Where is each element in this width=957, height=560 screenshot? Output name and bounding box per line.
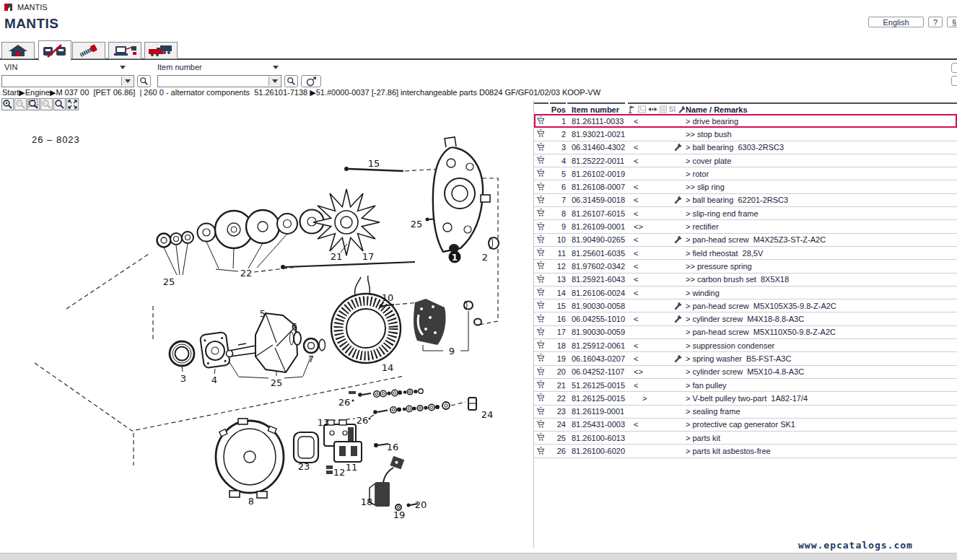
tab-service-info[interactable] [108,42,141,59]
table-row[interactable]: 981.26109-0001<>> rectifier [534,220,957,233]
table-row[interactable]: 1781.90030-0059> pan-head screw M5X110X5… [534,326,957,339]
table-row[interactable]: 1381.25921-6043<>> carbon brush set 8X5X… [534,274,957,286]
row-name: > cylinder screw M5X10-4.8-A3C [686,367,957,376]
add-to-cart-icon[interactable] [534,432,549,443]
row-wrench-icon [670,235,686,244]
add-to-cart-icon[interactable] [534,419,549,430]
row-item-number: 81.26106-0024 [567,289,625,297]
row-name: > cover plate [686,157,957,165]
add-to-cart-icon[interactable] [534,287,549,298]
tab-home[interactable] [1,42,35,59]
row-name: > parts kit [686,434,957,442]
callout-number: 16 [387,442,399,452]
table-row[interactable]: 2681.26100-6020> parts kit asbestos-free [534,445,957,458]
add-to-cart-icon[interactable] [534,327,549,338]
tab-fleet[interactable] [144,42,178,59]
table-row[interactable]: 2151.26125-0015<> fan pulley [534,379,957,392]
table-row[interactable]: 2006.04252-1107<>> cylinder screw M5X10-… [534,366,957,379]
table-row[interactable]: 1606.04255-1010<> cylinder screw M4X18-8… [534,312,957,325]
add-to-cart-icon[interactable] [534,406,549,417]
add-to-cart-icon[interactable] [534,222,549,232]
add-to-cart-icon[interactable] [534,274,549,285]
table-row[interactable]: 1281.97602-0342<>> pressure spring [534,260,957,273]
clipped-button-bottom[interactable] [951,76,957,86]
row-item-number: 06.04252-1107 [567,367,625,376]
row-name: > pan-head screw M4X25Z3-ST-Z-A2C [686,235,957,244]
row-pos: 19 [550,354,566,363]
table-row[interactable]: 2581.26100-6013> parts kit [534,432,957,445]
row-name: > rectifier [686,222,957,231]
table-row[interactable]: 481.25222-0011<> cover plate [534,154,957,167]
table-row[interactable]: 581.26102-0019> rotor [534,167,957,180]
row-pos: 9 [550,222,566,231]
add-to-cart-icon[interactable] [534,115,549,126]
table-row[interactable]: 1881.25912-0061<> suppression condenser [534,339,957,352]
add-to-cart-icon[interactable] [534,248,549,258]
table-row[interactable]: 1481.26106-0024<> winding [534,286,957,299]
status-bar [0,553,957,560]
table-row[interactable]: 881.26107-6015<> slip-ring end frame [534,207,957,220]
row-pos: 17 [550,328,566,336]
language-button[interactable]: English [868,17,924,27]
callout-number: 13 [318,417,330,428]
row-interchange-marker: < [628,117,670,126]
table-row[interactable]: 1181.25601-6035<> field rheostat 28,5V [534,247,957,260]
table-row[interactable]: 706.31459-0018<> ball bearing 62201-2RSC… [534,194,957,207]
add-to-cart-icon[interactable] [534,142,549,153]
add-to-cart-icon[interactable] [534,367,549,377]
add-to-cart-icon[interactable] [534,168,549,179]
row-interchange-marker: < [628,381,670,390]
row-item-number: 81.90490-0265 [567,235,625,244]
add-to-cart-icon[interactable] [534,235,549,245]
help-button[interactable]: ? [928,17,943,27]
header-name-remarks: Name / Remarks [686,102,957,115]
add-to-cart-icon[interactable] [534,155,549,166]
row-pos: 25 [550,434,566,442]
exploded-parts-diagram[interactable]: 2522211517251234567251014926262413161112… [0,0,533,560]
add-to-cart-icon[interactable] [534,314,549,325]
terms-button[interactable]: § [947,17,957,27]
tab-parts[interactable] [72,42,105,59]
add-to-cart-icon[interactable] [534,128,549,139]
add-to-cart-icon[interactable] [534,208,549,219]
add-to-cart-icon[interactable] [534,380,549,390]
row-item-number: 06.16043-0207 [567,354,625,363]
table-row[interactable]: 2381.26119-0001> sealing frame [534,406,957,419]
add-to-cart-icon[interactable] [534,300,549,311]
header-cart-column [534,102,549,115]
row-item-number: 81.97602-0342 [567,262,625,271]
table-row[interactable]: 181.26111-0033<> drive bearing [534,115,957,128]
callout-number: 2 [482,252,488,263]
row-interchange-marker: < [628,341,670,350]
table-row[interactable]: 1581.90030-0058> pan-head screw M5X105X3… [534,299,957,312]
add-to-cart-icon[interactable] [534,340,549,351]
add-to-cart-icon[interactable] [534,393,549,403]
table-row[interactable]: 281.93021-0021>> stop bush [534,128,957,141]
table-body: 181.26111-0033<> drive bearing281.93021-… [534,115,957,458]
tab-vehicle-search[interactable] [38,40,71,61]
table-row[interactable]: 2481.25431-0003<> protective cap generat… [534,419,957,432]
table-row[interactable]: 681.26108-0007<>> slip ring [534,180,957,193]
row-pos: 14 [550,289,566,297]
add-to-cart-icon[interactable] [534,195,549,206]
watermark-link[interactable]: www.epcatalogs.com [798,540,913,551]
table-row[interactable]: 306.31460-4302<> ball bearing 6303-2RSC3 [534,141,957,154]
callout-number: 11 [346,462,358,473]
row-name: > pan-head screw M5X110X50-9.8-Z-A2C [686,328,957,336]
row-name: > pan-head screw M5X105X35-9.8-Z-A2C [686,302,957,310]
clipped-button-top[interactable] [951,63,957,73]
table-row[interactable]: 2281.26125-0015>> V-belt pulley two-part… [534,392,957,405]
callout-number: 25 [163,276,175,287]
table-row[interactable]: 1906.16043-0207<> spring washer B5-FST-A… [534,352,957,365]
callout-number: 15 [368,158,380,169]
table-row[interactable]: 1081.90490-0265<> pan-head screw M4X25Z3… [534,234,957,247]
row-name: > V-belt pulley two-part 1A82-17/4 [686,394,957,403]
add-to-cart-icon[interactable] [534,353,549,364]
add-to-cart-icon[interactable] [534,261,549,271]
truck-search-icon [41,43,69,59]
add-to-cart-icon[interactable] [534,446,549,457]
row-name: > ball bearing 6303-2RSC3 [686,143,957,152]
add-to-cart-icon[interactable] [534,182,549,193]
row-name: >> pressure spring [686,262,957,271]
row-wrench-icon [670,354,686,363]
